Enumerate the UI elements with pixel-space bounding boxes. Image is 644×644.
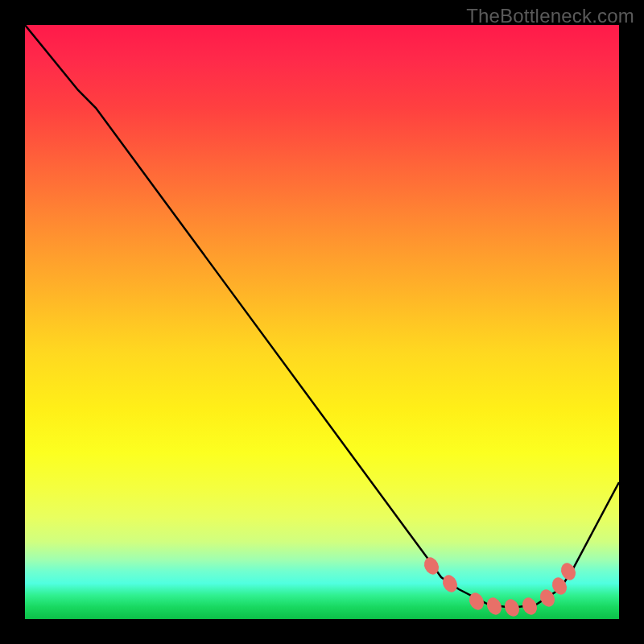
- plot-area: [25, 25, 619, 619]
- watermark-text: TheBottleneck.com: [466, 5, 634, 27]
- curve-path: [25, 25, 619, 608]
- bottleneck-curve: [25, 25, 619, 619]
